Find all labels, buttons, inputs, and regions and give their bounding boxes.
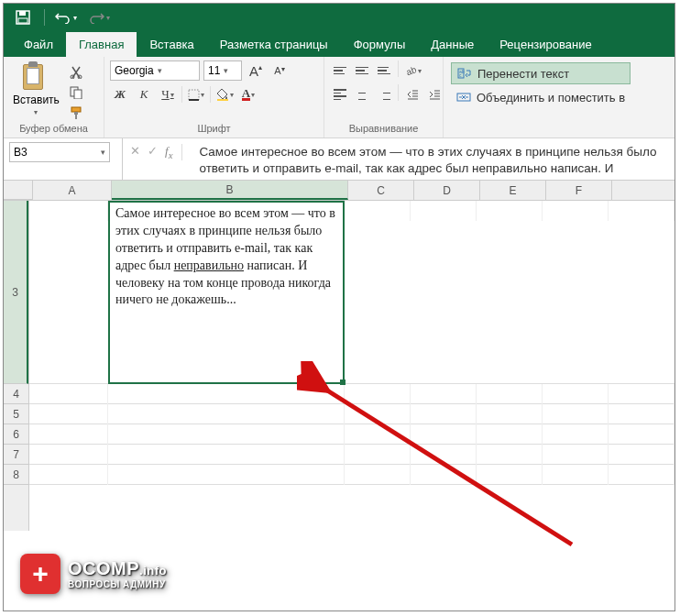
cell[interactable]: [477, 424, 543, 445]
cell[interactable]: [345, 201, 411, 221]
tab-insert[interactable]: Вставка: [137, 32, 206, 57]
tab-review[interactable]: Рецензирование: [487, 32, 604, 57]
row-header-5[interactable]: 5: [4, 404, 28, 424]
cell-B3[interactable]: Самое интересное во всем этом — что в эт…: [108, 201, 345, 384]
cell[interactable]: [609, 465, 675, 485]
cell[interactable]: [345, 465, 411, 485]
tab-data[interactable]: Данные: [418, 32, 487, 57]
cell[interactable]: [29, 424, 108, 445]
cancel-formula-icon[interactable]: ✕: [130, 144, 140, 158]
cell[interactable]: [29, 384, 108, 404]
cell[interactable]: [477, 404, 543, 424]
tab-formulas[interactable]: Формулы: [341, 32, 419, 57]
merge-label: Объединить и поместить в: [477, 91, 625, 104]
cell[interactable]: [609, 384, 675, 404]
underline-button[interactable]: Ч▾: [158, 84, 178, 104]
copy-icon[interactable]: [67, 84, 85, 101]
cell[interactable]: [609, 404, 675, 424]
cell[interactable]: [411, 424, 477, 445]
tab-home[interactable]: Главная: [66, 32, 137, 57]
cell[interactable]: [477, 445, 543, 465]
cell[interactable]: [543, 384, 609, 404]
cell[interactable]: [29, 445, 108, 465]
format-painter-icon[interactable]: [67, 104, 85, 121]
tab-layout[interactable]: Разметка страницы: [207, 32, 341, 57]
align-left-button[interactable]: [330, 84, 350, 104]
font-size-combo[interactable]: 11▾: [203, 60, 242, 81]
cell[interactable]: [345, 424, 411, 445]
ribbon: Вставить ▾ Буфер обмена Georgia▾ 11▾ A: [4, 57, 675, 138]
wrap-text-button[interactable]: abc Перенести текст: [451, 62, 631, 84]
cell[interactable]: [477, 201, 543, 221]
cell[interactable]: [543, 445, 609, 465]
cell[interactable]: [609, 424, 675, 445]
cell[interactable]: [108, 424, 345, 445]
row-header-8[interactable]: 8: [4, 465, 28, 485]
cell[interactable]: [477, 465, 543, 485]
col-header-D[interactable]: D: [414, 181, 480, 200]
decrease-indent-button[interactable]: [402, 84, 422, 104]
quick-access-toolbar: ▾ ▾: [4, 4, 675, 31]
paste-button[interactable]: Вставить ▾: [9, 60, 63, 118]
cell[interactable]: [411, 445, 477, 465]
cell[interactable]: [411, 201, 477, 221]
accept-formula-icon[interactable]: ✓: [148, 144, 158, 158]
borders-button[interactable]: ▾: [186, 84, 206, 104]
shrink-font-button[interactable]: A▾: [269, 60, 290, 81]
select-all-corner[interactable]: [4, 181, 33, 200]
merge-center-button[interactable]: Объединить и поместить в: [451, 86, 631, 108]
cell[interactable]: [609, 201, 675, 221]
cell[interactable]: [543, 201, 609, 221]
cell[interactable]: [411, 384, 477, 404]
cell[interactable]: [345, 384, 411, 404]
cell[interactable]: [29, 404, 108, 424]
align-bottom-button[interactable]: [374, 60, 394, 81]
align-top-button[interactable]: [330, 60, 350, 81]
col-header-B[interactable]: B: [112, 181, 348, 200]
cell[interactable]: [411, 404, 477, 424]
cell[interactable]: [411, 465, 477, 485]
align-middle-button[interactable]: [352, 60, 372, 81]
col-header-A[interactable]: A: [33, 181, 112, 200]
cell[interactable]: [345, 404, 411, 424]
cell[interactable]: [108, 384, 345, 404]
bold-button[interactable]: Ж: [110, 84, 130, 104]
increase-indent-button[interactable]: [424, 84, 444, 104]
fill-handle[interactable]: [340, 380, 345, 385]
align-right-button[interactable]: [374, 84, 394, 104]
font-name-combo[interactable]: Georgia▾: [110, 60, 200, 81]
undo-icon[interactable]: ▾: [54, 7, 78, 28]
wrap-text-label: Перенести текст: [477, 67, 569, 81]
cell[interactable]: [543, 424, 609, 445]
fx-icon[interactable]: fx: [165, 144, 182, 160]
italic-button[interactable]: К: [134, 84, 154, 104]
fill-color-button[interactable]: ▾: [214, 84, 235, 104]
cell[interactable]: [543, 465, 609, 485]
cell[interactable]: [477, 384, 543, 404]
row-header-6[interactable]: 6: [4, 424, 28, 445]
align-center-button[interactable]: [352, 84, 372, 104]
cell[interactable]: [108, 445, 345, 465]
col-header-C[interactable]: C: [348, 181, 414, 200]
cell[interactable]: [108, 404, 345, 424]
cell[interactable]: [29, 201, 108, 221]
col-header-E[interactable]: E: [480, 181, 546, 200]
font-color-button[interactable]: A▾: [238, 84, 258, 104]
row-header-3[interactable]: 3: [4, 201, 28, 384]
formula-text[interactable]: Самое интересное во всем этом — что в эт…: [190, 138, 675, 180]
col-header-F[interactable]: F: [546, 181, 612, 200]
row-header-4[interactable]: 4: [4, 384, 28, 404]
cut-icon[interactable]: [67, 64, 85, 81]
grow-font-button[interactable]: A▴: [246, 60, 266, 81]
save-icon[interactable]: [11, 7, 35, 28]
name-box[interactable]: B3▾: [9, 142, 110, 162]
orientation-button[interactable]: ab▾: [402, 60, 422, 81]
redo-icon[interactable]: ▾: [87, 7, 111, 28]
cell[interactable]: [29, 465, 108, 485]
cell[interactable]: [108, 465, 345, 485]
cell[interactable]: [543, 404, 609, 424]
cell[interactable]: [609, 445, 675, 465]
cell[interactable]: [345, 445, 411, 465]
tab-file[interactable]: Файл: [11, 32, 66, 57]
row-header-7[interactable]: 7: [4, 445, 28, 465]
